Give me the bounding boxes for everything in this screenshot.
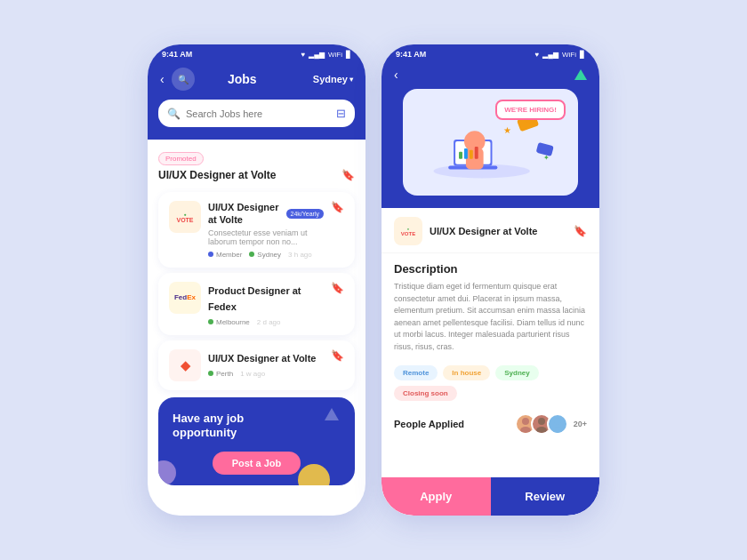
bookmark-icon-2[interactable]: 🔖 bbox=[331, 349, 344, 362]
svg-point-19 bbox=[554, 418, 561, 425]
svg-rect-8 bbox=[470, 150, 473, 159]
right-phone: 9:41 AM ♥ ▂▄▆ WiFi ▊ ‹ bbox=[382, 44, 599, 516]
job-title-0: UI/UX Designer at Volte bbox=[208, 201, 281, 227]
post-job-button[interactable]: Post a Job bbox=[213, 452, 301, 475]
rate-badge-0: 24k/Yearly bbox=[286, 209, 324, 219]
meta-location-1: Melbourne bbox=[208, 318, 250, 326]
detail-job-title: UI/UX Designer at Volte bbox=[430, 226, 537, 236]
left-phone: 9:41 AM ♥ ▂▄▆ WiFi ▊ ‹ 🔍 Jobs Sydney ▾ 🔍 bbox=[148, 44, 365, 516]
meta-time-1: 2 d ago bbox=[257, 318, 281, 326]
status-time-right: 9:41 AM bbox=[396, 50, 426, 59]
fedex-logo: FedEx bbox=[169, 282, 201, 314]
people-applied-section: People Applied bbox=[382, 408, 599, 444]
chevron-down-icon: ▾ bbox=[349, 76, 353, 84]
signal-icon-right: ▂▄▆ bbox=[542, 51, 558, 59]
job-meta-2: Perth 1 w ago bbox=[208, 370, 324, 378]
tag-remote: Remote bbox=[394, 365, 438, 380]
tag-inhouse: In house bbox=[443, 365, 490, 380]
hiring-badge: WE'RE HIRING! bbox=[495, 100, 566, 120]
meta-time-0: 3 h ago bbox=[288, 251, 312, 259]
detail-nav: ‹ bbox=[382, 62, 599, 89]
promoted-row: UI/UX Designer at Volte 🔖 bbox=[158, 169, 355, 181]
svg-point-16 bbox=[520, 427, 531, 433]
svg-rect-6 bbox=[459, 152, 462, 159]
opportunity-title: Have any job opportunity bbox=[173, 412, 306, 442]
job-info-0: UI/UX Designer at Volte 24k/Yearly Conse… bbox=[208, 201, 324, 259]
description-text: Tristique diam eget id fermentum quisque… bbox=[394, 281, 587, 353]
heart-icon: ♥ bbox=[301, 51, 306, 59]
company-text-detail: UI/UX Designer at Volte bbox=[430, 226, 537, 236]
job-card-top-1: FedEx Product Designer at Fedex Melbourn… bbox=[169, 282, 344, 326]
wifi-icon: WiFi bbox=[328, 51, 342, 59]
bookmark-icon-1[interactable]: 🔖 bbox=[331, 282, 344, 294]
battery-icon: ▊ bbox=[346, 51, 351, 59]
svg-point-15 bbox=[522, 418, 529, 425]
job-card-top-0: ● VOTE UI/UX Designer at Volte 24k/Yearl… bbox=[169, 201, 344, 259]
location-label: Sydney bbox=[313, 74, 348, 84]
job-meta-1: Melbourne 2 d ago bbox=[208, 318, 324, 326]
company-info: ● VOTE UI/UX Designer at Volte bbox=[394, 217, 537, 245]
review-button[interactable]: Review bbox=[491, 477, 600, 516]
git-logo: ◆ bbox=[169, 349, 201, 381]
people-applied-label: People Applied bbox=[394, 419, 464, 429]
tags-row: Remote In house Sydney Closing soon bbox=[382, 358, 599, 408]
back-button-left[interactable]: ‹ bbox=[160, 72, 165, 86]
job-card-0[interactable]: ● VOTE UI/UX Designer at Volte 24k/Yearl… bbox=[158, 192, 355, 268]
page-title-left: Jobs bbox=[179, 72, 306, 86]
avatar-3 bbox=[547, 413, 568, 435]
hero-image: ★ ✦ WE'RE HIRING! bbox=[403, 89, 578, 196]
status-bar-right: 9:41 AM ♥ ▂▄▆ WiFi ▊ bbox=[382, 44, 599, 62]
status-bar-left: 9:41 AM ♥ ▂▄▆ WiFi ▊ bbox=[148, 44, 365, 62]
company-logo-detail: ● VOTE bbox=[394, 217, 422, 245]
promoted-job-title: UI/UX Designer at Volte bbox=[158, 169, 276, 181]
bookmark-icon-detail[interactable]: 🔖 bbox=[574, 225, 587, 237]
meta-dot-green-0 bbox=[249, 252, 254, 257]
tag-closing: Closing soon bbox=[394, 386, 457, 401]
meta-dot-purple bbox=[208, 252, 213, 257]
location-selector[interactable]: Sydney ▾ bbox=[313, 74, 353, 84]
status-time-left: 9:41 AM bbox=[162, 50, 192, 59]
meta-time-2: 1 w ago bbox=[240, 370, 265, 378]
job-meta-0: Member Sydney 3 h ago bbox=[208, 251, 324, 259]
job-title-2: UI/UX Designer at Volte bbox=[208, 353, 316, 364]
deco-circle-yellow bbox=[298, 464, 330, 485]
jobs-list: Promoted UI/UX Designer at Volte 🔖 ● VOT… bbox=[148, 140, 365, 516]
status-icons-right: ♥ ▂▄▆ WiFi ▊ bbox=[535, 51, 585, 59]
detail-content: ● VOTE UI/UX Designer at Volte 🔖 Descrip… bbox=[382, 208, 599, 477]
company-header: ● VOTE UI/UX Designer at Volte 🔖 bbox=[382, 208, 599, 253]
wifi-icon-right: WiFi bbox=[562, 51, 576, 59]
search-icon: 🔍 bbox=[167, 108, 181, 120]
job-title-1: Product Designer at Fedex bbox=[208, 285, 301, 312]
svg-rect-7 bbox=[464, 148, 468, 159]
battery-icon-right: ▊ bbox=[580, 51, 585, 59]
search-input[interactable] bbox=[186, 108, 331, 119]
nav-bar-left: ‹ 🔍 Jobs Sydney ▾ bbox=[148, 62, 365, 100]
job-card-top-2: ◆ UI/UX Designer at Volte Perth 1 w ago … bbox=[169, 349, 344, 381]
meta-location-2: Perth bbox=[208, 370, 233, 378]
description-section: Description Tristique diam eget id ferme… bbox=[382, 253, 599, 358]
git-icon: ◆ bbox=[181, 358, 190, 372]
search-box[interactable]: 🔍 ⊟ bbox=[158, 100, 355, 127]
description-heading: Description bbox=[394, 262, 587, 276]
people-avatars: 20+ bbox=[515, 413, 587, 435]
apply-button[interactable]: Apply bbox=[382, 477, 491, 516]
meta-dot-green-1 bbox=[208, 319, 213, 324]
detail-bottom-actions: Apply Review bbox=[382, 477, 599, 516]
back-button-right[interactable]: ‹ bbox=[394, 68, 398, 82]
filter-icon[interactable]: ⊟ bbox=[336, 107, 346, 120]
meta-member: Member bbox=[208, 251, 242, 259]
job-card-1[interactable]: FedEx Product Designer at Fedex Melbourn… bbox=[158, 273, 355, 335]
job-info-1: Product Designer at Fedex Melbourne 2 d … bbox=[208, 282, 324, 326]
search-area: 🔍 ⊟ bbox=[148, 100, 365, 140]
people-count: 20+ bbox=[574, 420, 587, 428]
heart-icon-right: ♥ bbox=[535, 51, 540, 59]
tag-sydney: Sydney bbox=[495, 365, 538, 380]
opportunity-card: Have any job opportunity Post a Job bbox=[158, 397, 355, 486]
opportunity-triangle bbox=[325, 408, 339, 420]
job-info-2: UI/UX Designer at Volte Perth 1 w ago bbox=[208, 349, 324, 378]
job-card-2[interactable]: ◆ UI/UX Designer at Volte Perth 1 w ago … bbox=[158, 340, 355, 390]
bookmark-icon-0[interactable]: 🔖 bbox=[331, 201, 344, 213]
meta-dot-green-2 bbox=[208, 371, 213, 376]
play-icon-right bbox=[574, 69, 587, 80]
bookmark-icon-promoted[interactable]: 🔖 bbox=[341, 169, 355, 181]
